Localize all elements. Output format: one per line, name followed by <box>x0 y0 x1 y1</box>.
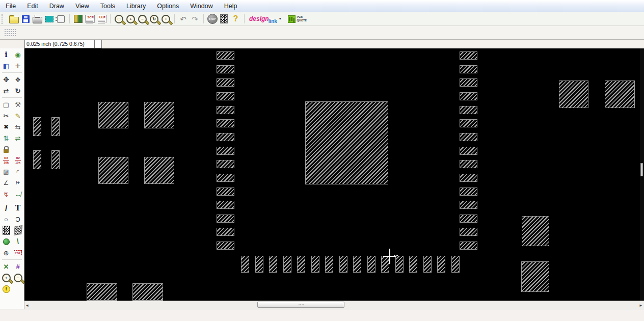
pad-left_squares[interactable] <box>98 102 128 128</box>
copy-tool[interactable]: ❖ <box>12 74 23 85</box>
info-tool[interactable]: i <box>1 49 12 60</box>
delete-tool[interactable]: ✖ <box>1 121 12 132</box>
run-ulp-button[interactable]: ULP <box>96 13 108 25</box>
circle-tool[interactable]: ○ <box>1 213 12 225</box>
pad-right_column[interactable] <box>460 188 477 196</box>
pad-left_column[interactable] <box>217 215 234 223</box>
pad-left_column[interactable] <box>217 78 234 87</box>
pad-bottom_row[interactable] <box>311 256 319 273</box>
name-button[interactable]: R210k <box>1 155 12 166</box>
arc-tool[interactable]: Ɔ <box>12 213 23 225</box>
pad-left_squares[interactable] <box>144 157 174 184</box>
print-button[interactable] <box>32 13 43 25</box>
pad-right_column[interactable] <box>460 201 477 209</box>
pad-bottom_row[interactable] <box>423 256 432 273</box>
pad-right_column[interactable] <box>460 242 477 250</box>
polygon-tool[interactable] <box>12 225 23 236</box>
paste-tool[interactable]: ✎ <box>12 110 23 121</box>
menu-library[interactable]: Library <box>121 1 151 12</box>
signal-tool[interactable]: \ <box>12 236 23 247</box>
scroll-left-arrow-icon[interactable]: ◂ <box>26 302 29 308</box>
help-button[interactable]: ? <box>230 13 242 25</box>
replace-tool[interactable]: ⇌ <box>12 132 23 144</box>
zoom-fit-button[interactable]: □ <box>113 13 125 25</box>
pad-bottom_row[interactable] <box>451 256 460 273</box>
stop-button[interactable]: STOP <box>206 13 218 25</box>
pad-left_column[interactable] <box>217 160 234 168</box>
pad-bottom_row[interactable] <box>269 256 277 273</box>
ripup-tool[interactable]: ↮ <box>12 189 23 200</box>
horizontal-scrollbar[interactable]: ◂ ▸ <box>24 301 644 310</box>
pad-left_column[interactable] <box>217 201 234 209</box>
lock-button[interactable] <box>1 144 12 155</box>
pad-bottom_row[interactable] <box>437 256 445 273</box>
pad-right_column[interactable] <box>460 215 477 223</box>
pad-right_column[interactable] <box>460 147 477 155</box>
pad-left_small_pads[interactable] <box>51 150 60 169</box>
pad-right_squares[interactable] <box>521 261 549 292</box>
library-button[interactable] <box>72 13 84 25</box>
attribute-button[interactable]: >AT <box>12 247 23 258</box>
pcb-canvas[interactable] <box>24 48 640 301</box>
menu-view[interactable]: View <box>70 1 95 12</box>
autorouter-tool[interactable]: # <box>12 261 23 272</box>
show-tool[interactable]: ◉ <box>12 49 23 60</box>
pad-bottom_row[interactable] <box>297 256 305 273</box>
menu-draw[interactable]: Draw <box>44 1 70 12</box>
cut-tool[interactable]: ✂ <box>1 110 12 121</box>
pad-bottom_row[interactable] <box>381 256 389 273</box>
pad-left_squares[interactable] <box>144 102 174 128</box>
mark-origin-tool[interactable]: ✛ <box>12 60 23 71</box>
cam-processor-button[interactable] <box>43 13 55 25</box>
drc-tool[interactable]: + <box>1 272 12 283</box>
change-tool[interactable]: ⚒ <box>12 99 23 110</box>
menu-window[interactable]: Window <box>184 1 218 12</box>
miter-tool[interactable]: ◜ <box>12 166 23 177</box>
route-tool[interactable]: ↯ <box>1 189 12 200</box>
dropdown-arrow-icon[interactable]: ▾ <box>279 17 281 21</box>
scroll-right-arrow-icon[interactable]: ▸ <box>639 302 642 308</box>
move-tool[interactable]: ✥ <box>1 74 12 85</box>
zoom-in-button[interactable]: + <box>125 13 137 25</box>
pad-right_column[interactable] <box>460 160 477 168</box>
pad-bottom_row[interactable] <box>339 256 347 273</box>
vertical-scrollbar-thumb[interactable] <box>640 163 643 176</box>
split-tool[interactable]: ∠ <box>1 177 12 189</box>
pad-bottom_left_squares[interactable] <box>87 283 117 301</box>
via-button[interactable] <box>1 236 12 247</box>
toolbar-grip[interactable] <box>4 29 16 37</box>
ratsnest-tool[interactable]: ✕ <box>1 261 12 272</box>
vertical-scrollbar[interactable] <box>640 48 644 301</box>
warning-errors-button[interactable]: ! <box>1 283 12 295</box>
pad-right_squares[interactable] <box>522 216 549 246</box>
pad-right_column[interactable] <box>460 78 477 87</box>
smash-tool[interactable]: ▨ <box>1 166 12 177</box>
value-button[interactable]: R210k <box>12 155 23 166</box>
zoom-select-button[interactable]: ▫ <box>160 13 172 25</box>
pad-right_column[interactable] <box>460 51 477 60</box>
zoom-redraw-button[interactable]: ↻ <box>148 13 160 25</box>
run-script-button[interactable]: SCR <box>84 13 96 25</box>
zoom-out-button[interactable]: − <box>137 13 148 25</box>
pad-bottom_left_squares[interactable] <box>132 283 163 301</box>
redo-button[interactable]: ↷ <box>189 13 201 25</box>
pad-bottom_row[interactable] <box>395 256 404 273</box>
pad-left_column[interactable] <box>217 65 234 73</box>
pad-top_right_squares[interactable] <box>559 81 588 108</box>
pad-top_right_squares[interactable] <box>605 81 635 108</box>
pad-left_column[interactable] <box>217 174 234 182</box>
open-button[interactable] <box>8 13 20 25</box>
pad-left_squares[interactable] <box>98 157 128 184</box>
ratsnest-toolbar-button[interactable] <box>218 13 230 25</box>
rect-tool[interactable] <box>1 225 12 236</box>
pad-bottom_row[interactable] <box>255 256 263 273</box>
pad-center_square[interactable] <box>305 101 388 184</box>
pad-left_column[interactable] <box>217 228 234 236</box>
pad-left_column[interactable] <box>217 147 234 155</box>
pad-bottom_row[interactable] <box>241 256 249 273</box>
pinswap-tool[interactable]: ⇆ <box>12 121 23 132</box>
menu-help[interactable]: Help <box>219 1 243 12</box>
pad-left_small_pads[interactable] <box>33 150 41 169</box>
pad-left_column[interactable] <box>217 51 234 60</box>
menu-options[interactable]: Options <box>151 1 184 12</box>
